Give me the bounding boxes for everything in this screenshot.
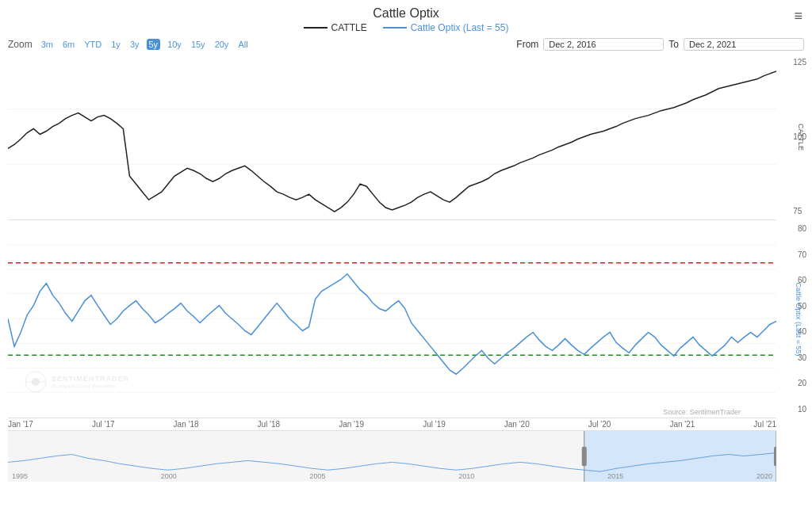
optix-axis-label: Cattle Optix (Last = 55)	[795, 282, 803, 356]
mini-x-axis: 1995 2000 2005 2010 2015 2020	[8, 472, 776, 480]
x-jan21: Jan '21	[669, 420, 695, 429]
page-title: Cattle Optix	[373, 6, 439, 20]
legend-cattle-line	[304, 27, 327, 29]
lower-y-80: 80	[798, 224, 806, 233]
to-label: To	[668, 39, 679, 50]
mini-x-2020: 2020	[756, 472, 772, 480]
zoom-20y[interactable]: 20y	[213, 39, 232, 50]
x-jan19: Jan '19	[339, 420, 364, 429]
x-jan18: Jan '18	[174, 420, 199, 429]
legend-cattle: CATTLE	[304, 22, 367, 33]
from-label: From	[516, 39, 538, 50]
svg-point-12	[32, 378, 40, 386]
zoom-5y[interactable]: 5y	[147, 39, 161, 50]
from-date-input[interactable]	[543, 38, 664, 51]
x-jul20: Jul '20	[588, 420, 611, 429]
svg-rect-20	[774, 447, 776, 467]
zoom-all[interactable]: All	[236, 39, 250, 50]
legend-cattle-label: CATTLE	[331, 22, 367, 33]
x-jul21: Jul '21	[753, 420, 776, 429]
zoom-6m[interactable]: 6m	[60, 39, 77, 50]
legend-optix: Cattle Optix (Last = 55)	[383, 22, 509, 33]
x-jan17: Jan '17	[8, 420, 33, 429]
legend-optix-label: Cattle Optix (Last = 55)	[411, 22, 509, 33]
zoom-label: Zoom	[8, 39, 33, 50]
x-jul18: Jul '18	[258, 420, 281, 429]
mini-x-2000: 2000	[161, 472, 177, 480]
zoom-3m[interactable]: 3m	[39, 39, 56, 50]
watermark-logo	[24, 370, 48, 394]
mini-chart[interactable]: 1995 2000 2005 2010 2015 2020	[8, 430, 776, 482]
lower-chart: 80 70 60 50 40 30 20 10 Cattle Optix (La…	[8, 220, 776, 418]
cattle-axis-label: CATTLE	[797, 124, 805, 151]
zoom-ytd[interactable]: YTD	[82, 39, 104, 50]
upper-y-75: 75	[793, 207, 806, 216]
legend: CATTLE Cattle Optix (Last = 55)	[0, 22, 812, 33]
lower-y-10: 10	[798, 405, 806, 414]
svg-rect-19	[582, 447, 587, 467]
upper-chart: 125 100 75 CATTLE	[8, 54, 776, 220]
lower-y-70: 70	[798, 250, 806, 259]
x-axis-labels: Jan '17 Jul '17 Jan '18 Jul '18 Jan '19 …	[8, 418, 776, 430]
mini-x-2010: 2010	[458, 472, 474, 480]
legend-optix-line	[383, 27, 407, 29]
charts-area: 125 100 75 CATTLE 80 70 60 50 40	[8, 54, 776, 482]
header: Cattle Optix CATTLE Cattle Optix (Last =…	[0, 0, 812, 35]
menu-icon[interactable]: ≡	[794, 8, 802, 25]
lower-y-20: 20	[798, 379, 806, 387]
watermark-brand: SENTIMENTRADER	[52, 375, 129, 383]
upper-y-125: 125	[793, 58, 806, 67]
x-jan20: Jan '20	[504, 420, 530, 429]
controls-bar: Zoom 3m 6m YTD 1y 3y 5y 10y 15y 20y All …	[0, 35, 812, 54]
main-container: Cattle Optix CATTLE Cattle Optix (Last =…	[0, 0, 812, 515]
to-date-input[interactable]	[684, 38, 804, 51]
mini-x-2015: 2015	[607, 472, 623, 480]
x-jul17: Jul '17	[92, 420, 115, 429]
zoom-3y[interactable]: 3y	[128, 39, 142, 50]
watermark-tagline: Analysis Over Emotion	[52, 383, 129, 390]
x-jul19: Jul '19	[423, 420, 446, 429]
zoom-1y[interactable]: 1y	[109, 39, 123, 50]
source-label: Source: SentimenTrader	[663, 408, 741, 416]
zoom-15y[interactable]: 15y	[189, 39, 208, 50]
date-range: From To	[516, 38, 804, 51]
zoom-10y[interactable]: 10y	[165, 39, 184, 50]
upper-chart-svg	[8, 54, 776, 219]
watermark: SENTIMENTRADER Analysis Over Emotion	[24, 370, 129, 394]
watermark-text: SENTIMENTRADER Analysis Over Emotion	[52, 375, 129, 390]
mini-x-2005: 2005	[310, 472, 326, 480]
mini-x-1995: 1995	[12, 472, 28, 480]
